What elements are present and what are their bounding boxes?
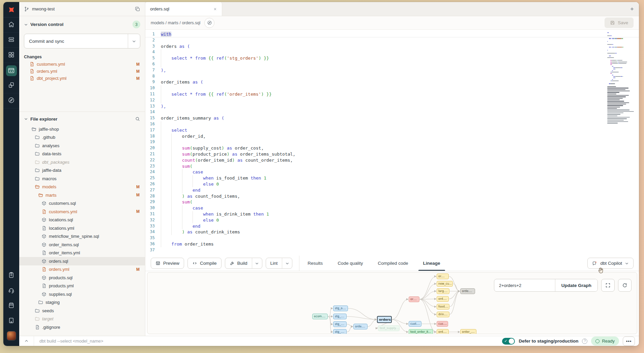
rail-explore-button[interactable] <box>3 93 19 108</box>
close-icon[interactable] <box>213 7 217 11</box>
lineage-node-stg1[interactable]: stg_o.... <box>333 306 348 311</box>
rail-user-avatar[interactable] <box>3 328 19 343</box>
rail-home-button[interactable] <box>3 18 19 33</box>
tree-item-data-tests[interactable]: data-tests <box>19 150 145 158</box>
compile-button[interactable]: Compile <box>187 258 222 269</box>
tree-item-marts[interactable]: martsM <box>19 191 145 199</box>
tree-item-jaffle-shop[interactable]: jaffle-shop <box>19 125 145 133</box>
tree-item-target[interactable]: target <box>19 315 145 323</box>
tree-item-.github[interactable]: .github <box>19 133 145 142</box>
rail-support-button[interactable] <box>3 283 19 298</box>
lineage-node-cusp[interactable]: cus.... <box>437 321 448 327</box>
tab-orders-sql[interactable]: orders.sql <box>145 2 222 16</box>
lineage-viewport[interactable]: ecom....stg_o....stg_....stg_....stg_...… <box>147 272 637 334</box>
lineage-node-y4[interactable]: ord.... <box>437 296 449 302</box>
folder-icon <box>35 160 40 165</box>
tab-code-quality[interactable]: Code quality <box>338 256 363 271</box>
lineage-node-ecom[interactable]: ecom.... <box>312 314 328 319</box>
lineage-node-orp[interactable]: or.... <box>409 296 419 302</box>
lineage-node-y3[interactable]: larg.... <box>437 288 449 294</box>
lineage-node-toi[interactable]: test_order_it... <box>409 329 433 334</box>
fullscreen-button[interactable] <box>601 279 615 292</box>
more-options-button[interactable]: ••• <box>623 336 635 346</box>
divider <box>299 256 299 271</box>
tree-item-macros[interactable]: macros <box>19 174 145 183</box>
update-graph-button[interactable]: Update Graph <box>555 279 597 291</box>
commit-and-sync-button[interactable]: Commit and sync <box>24 34 140 49</box>
tree-item-products.yml[interactable]: products.yml <box>19 282 145 290</box>
rail-dashboard-button[interactable] <box>3 48 19 63</box>
lineage-node-y2[interactable]: new_cu... <box>437 281 453 287</box>
tree-item-orders.sql[interactable]: orders.sql <box>19 257 145 265</box>
code-line-9: 9order_items as ( <box>145 79 639 85</box>
tree-item-models[interactable]: modelsM <box>19 183 145 191</box>
help-icon[interactable]: ? <box>582 339 587 344</box>
avatar <box>7 331 16 341</box>
expand-command-button[interactable] <box>19 336 34 346</box>
tree-item-order_items.sql[interactable]: order_items.sql <box>19 240 145 249</box>
lineage-compass-button[interactable] <box>204 18 214 28</box>
lineage-node-orders[interactable]: orders <box>377 316 392 323</box>
lineage-node-stg4[interactable]: stg_.... <box>333 329 347 334</box>
lineage-node-y5[interactable]: food.... <box>437 304 449 310</box>
tree-item-orders.yml[interactable]: orders.ymlM <box>19 265 145 274</box>
preview-button[interactable]: Preview <box>151 258 184 269</box>
tab-results[interactable]: Results <box>308 256 323 271</box>
save-button[interactable]: Save <box>605 18 634 28</box>
lineage-node-stg3[interactable]: stg_.... <box>333 321 347 327</box>
rail-docs-button[interactable] <box>3 298 19 313</box>
tree-item-seeds[interactable]: seeds <box>19 307 145 315</box>
lineage-node-y1[interactable]: or.... <box>437 274 449 279</box>
commit-options-chevron-icon[interactable] <box>128 34 140 48</box>
command-input[interactable]: dbt build --select <model_name> <box>34 339 502 344</box>
tree-item-customers.yml[interactable]: customers.ymlM <box>19 207 145 216</box>
lineage-node-gray[interactable]: orde.... <box>460 288 475 294</box>
tree-item-metricflow_time_spine.sql[interactable]: metricflow_time_spine.sql <box>19 232 145 241</box>
dbt-logo-icon[interactable] <box>3 2 19 18</box>
refresh-button[interactable] <box>618 279 632 292</box>
lineage-node-orde1[interactable]: orde.... <box>353 324 368 329</box>
build-options-chevron-icon[interactable] <box>252 258 262 268</box>
search-icon[interactable] <box>135 116 140 122</box>
lineage-node-tsup[interactable]: test_supply.... <box>378 325 400 331</box>
lineage-node-y8[interactable]: order_.... <box>460 329 476 334</box>
tree-item-products.sql[interactable]: products.sql <box>19 274 145 282</box>
tree-item-locations.yml[interactable]: locations.yml <box>19 224 145 232</box>
tree-item-order_items.yml[interactable]: order_items.yml <box>19 249 145 257</box>
defer-toggle[interactable]: ✓ <box>502 338 515 345</box>
tree-item-jaffle-data[interactable]: jaffle-data <box>19 166 145 175</box>
new-tab-button[interactable] <box>625 2 639 16</box>
tab-compiled-code[interactable]: Compiled code <box>378 256 408 271</box>
rail-ide-button[interactable] <box>3 63 19 78</box>
rail-changelog-button[interactable] <box>3 313 19 328</box>
tree-item-analyses[interactable]: analyses <box>19 141 145 150</box>
toolbar-buttons: PreviewCompileBuildLint <box>151 258 292 269</box>
rail-checklist-button[interactable] <box>3 267 19 283</box>
changed-file-dbt_project.yml[interactable]: dbt_project.ymlM <box>19 75 145 82</box>
lineage-node-cust[interactable]: cust.... <box>409 321 421 327</box>
lineage-node-y7[interactable]: ord.... <box>437 329 449 334</box>
rail-deploy-button[interactable] <box>3 33 19 48</box>
tree-item-dbt_packages[interactable]: dbt_packages <box>19 158 145 166</box>
lineage-node-y6[interactable]: drin.... <box>437 312 449 317</box>
lint-options-chevron-icon[interactable] <box>282 258 292 268</box>
code-editor[interactable]: 1with23orders as (45 select * from {{ re… <box>145 30 639 256</box>
lineage-selector-input[interactable] <box>494 279 555 291</box>
tree-item-.gitignore[interactable]: .gitignore <box>19 323 145 331</box>
lineage-node-stg2[interactable]: stg_.... <box>333 314 347 319</box>
tree-item-customers.sql[interactable]: customers.sql <box>19 199 145 208</box>
tree-item-supplies.sql[interactable]: supplies.sql <box>19 290 145 298</box>
copy-icon[interactable] <box>135 6 140 12</box>
changed-file-customers.yml[interactable]: customers.ymlM <box>19 61 145 68</box>
tree-item-staging[interactable]: staging <box>19 298 145 307</box>
build-button[interactable]: Build <box>225 258 262 269</box>
lint-button[interactable]: Lint <box>266 258 293 269</box>
tab-lineage[interactable]: Lineage <box>423 256 440 271</box>
minimap[interactable] <box>607 32 634 124</box>
dbt-copilot-button[interactable]: dbt Copilot <box>587 258 634 269</box>
tree-item-locations.sql[interactable]: locations.sql <box>19 216 145 224</box>
rail-orchestration-button[interactable] <box>3 78 19 93</box>
chevron-down-icon[interactable] <box>24 117 28 121</box>
chevron-down-icon[interactable] <box>24 23 28 27</box>
changed-file-orders.yml[interactable]: orders.ymlM <box>19 68 145 75</box>
